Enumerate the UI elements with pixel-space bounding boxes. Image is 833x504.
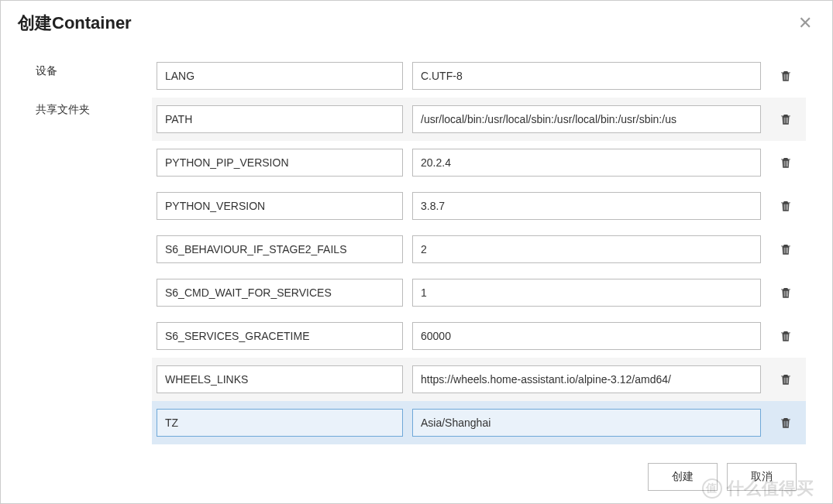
trash-icon[interactable] bbox=[779, 372, 793, 386]
create-button[interactable]: 创建 bbox=[648, 463, 718, 491]
modal-title: 创建Container bbox=[18, 12, 132, 35]
env-var-row[interactable] bbox=[152, 98, 806, 141]
env-value-input[interactable] bbox=[412, 105, 761, 133]
env-key-input[interactable] bbox=[157, 409, 403, 437]
delete-cell bbox=[770, 69, 801, 83]
sidebar: 设备 共享文件夹 bbox=[16, 46, 152, 454]
env-value-input[interactable] bbox=[412, 279, 761, 307]
trash-icon[interactable] bbox=[779, 286, 793, 300]
cancel-button[interactable]: 取消 bbox=[727, 463, 797, 491]
env-value-input[interactable] bbox=[412, 235, 761, 263]
delete-cell bbox=[770, 242, 801, 256]
env-value-input[interactable] bbox=[412, 409, 761, 437]
trash-icon[interactable] bbox=[779, 329, 793, 343]
env-key-input[interactable] bbox=[157, 149, 403, 177]
delete-cell bbox=[770, 112, 801, 126]
delete-cell bbox=[770, 416, 801, 430]
modal-footer: 创建 取消 bbox=[1, 454, 832, 503]
delete-cell bbox=[770, 156, 801, 170]
env-var-row[interactable] bbox=[152, 271, 806, 314]
env-key-input[interactable] bbox=[157, 365, 403, 393]
modal-header: 创建Container ✕ bbox=[1, 1, 832, 46]
env-key-input[interactable] bbox=[157, 322, 403, 350]
trash-icon[interactable] bbox=[779, 242, 793, 256]
env-key-input[interactable] bbox=[157, 279, 403, 307]
sidebar-item-shared-folder[interactable]: 共享文件夹 bbox=[36, 103, 152, 117]
modal-body: 设备 共享文件夹 bbox=[1, 46, 832, 454]
env-var-row[interactable] bbox=[152, 228, 806, 271]
env-key-input[interactable] bbox=[157, 62, 403, 90]
env-var-row[interactable] bbox=[152, 358, 806, 401]
delete-cell bbox=[770, 286, 801, 300]
trash-icon[interactable] bbox=[779, 156, 793, 170]
trash-icon[interactable] bbox=[779, 199, 793, 213]
delete-cell bbox=[770, 329, 801, 343]
env-var-row[interactable] bbox=[152, 184, 806, 228]
env-value-input[interactable] bbox=[412, 62, 761, 90]
env-key-input[interactable] bbox=[157, 192, 403, 220]
env-var-row[interactable] bbox=[152, 141, 806, 184]
env-value-input[interactable] bbox=[412, 322, 761, 350]
env-var-row[interactable] bbox=[152, 401, 806, 444]
env-var-list[interactable] bbox=[152, 46, 823, 454]
env-var-row[interactable] bbox=[152, 314, 806, 358]
env-value-input[interactable] bbox=[412, 149, 761, 177]
trash-icon[interactable] bbox=[779, 416, 793, 430]
delete-cell bbox=[770, 199, 801, 213]
create-container-modal: 创建Container ✕ 设备 共享文件夹 创建 取消 值 什么值得买 bbox=[0, 0, 833, 504]
sidebar-item-device[interactable]: 设备 bbox=[36, 64, 152, 78]
env-key-input[interactable] bbox=[157, 235, 403, 263]
delete-cell bbox=[770, 372, 801, 386]
env-value-input[interactable] bbox=[412, 192, 761, 220]
trash-icon[interactable] bbox=[779, 69, 793, 83]
close-icon[interactable]: ✕ bbox=[795, 12, 815, 35]
env-value-input[interactable] bbox=[412, 365, 761, 393]
env-key-input[interactable] bbox=[157, 105, 403, 133]
env-var-row[interactable] bbox=[152, 54, 806, 98]
trash-icon[interactable] bbox=[779, 112, 793, 126]
